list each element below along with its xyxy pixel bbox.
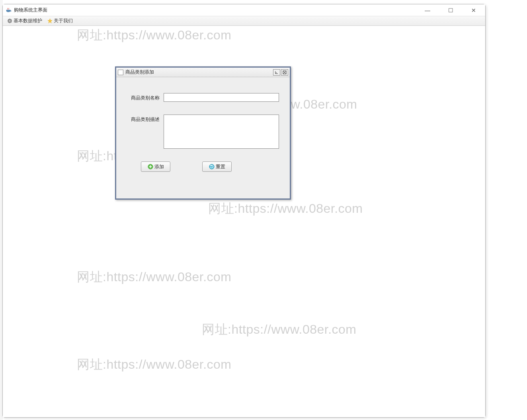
reset-button[interactable]: 重置 (202, 161, 232, 172)
menu-about-label: 关于我们 (54, 18, 73, 24)
reset-button-label: 重置 (216, 163, 225, 170)
category-name-label: 商品类别名称 (126, 93, 164, 101)
menu-about[interactable]: 关于我们 (45, 17, 75, 25)
watermark-text: 网址:https://www.08er.com (77, 268, 232, 286)
plus-circle-icon (148, 164, 153, 169)
window-title: 购物系统主界面 (14, 7, 47, 14)
add-category-dialog: 商品类别添加 商品类别名称 商品类别描述 (115, 66, 291, 200)
watermark-text: 网址:https://www.08er.com (208, 200, 363, 218)
close-button[interactable]: ✕ (468, 6, 480, 14)
watermark-text: 网址:https://www.08er.com (77, 356, 232, 373)
maximize-button[interactable]: ☐ (445, 6, 457, 14)
category-desc-row: 商品类别描述 (126, 115, 280, 149)
window-titlebar[interactable]: 购物系统主界面 — ☐ ✕ (3, 4, 485, 16)
category-desc-label: 商品类别描述 (126, 115, 164, 123)
dialog-button-row: 添加 重置 (126, 161, 280, 172)
add-button[interactable]: 添加 (141, 161, 170, 172)
category-name-input[interactable] (164, 93, 279, 102)
category-name-row: 商品类别名称 (126, 93, 280, 102)
refresh-icon (209, 164, 215, 169)
minimize-button[interactable]: — (422, 6, 433, 14)
menu-basic-data-label: 基本数据维护 (14, 18, 42, 24)
main-window: 购物系统主界面 — ☐ ✕ 基本数据维护 关于我们 (2, 4, 486, 418)
dialog-close-button[interactable] (281, 69, 288, 76)
add-button-label: 添加 (154, 163, 164, 170)
gear-icon (7, 18, 12, 24)
dialog-titlebar[interactable]: 商品类别添加 (116, 68, 290, 77)
menu-basic-data[interactable]: 基本数据维护 (4, 17, 45, 25)
svg-point-1 (9, 20, 10, 21)
jinternal-frame-icon (118, 70, 123, 75)
category-desc-textarea[interactable] (164, 115, 279, 149)
mdi-desktop: 网址:https://www.08er.com 网址:https://www.0… (3, 26, 485, 417)
dialog-body: 商品类别名称 商品类别描述 添加 (116, 77, 290, 180)
watermark-text: 网址:https://www.08er.com (77, 27, 232, 44)
dialog-minimize-button[interactable] (273, 69, 280, 76)
watermark-text: 网址:https://www.08er.com (202, 321, 357, 338)
dialog-title: 商品类别添加 (125, 69, 272, 76)
window-controls: — ☐ ✕ (422, 6, 483, 14)
star-icon (47, 18, 53, 24)
java-coffee-icon (5, 7, 12, 14)
menubar: 基本数据维护 关于我们 (3, 16, 485, 26)
